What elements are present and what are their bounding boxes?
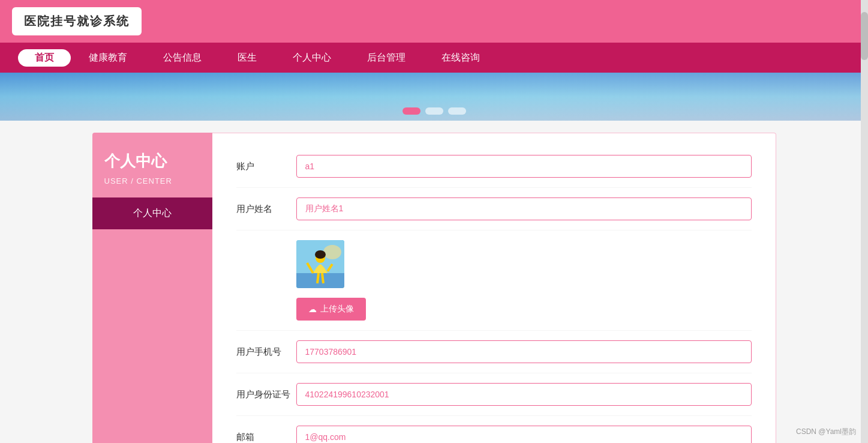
header: 医院挂号就诊系统 bbox=[0, 0, 868, 43]
svg-line-7 bbox=[317, 273, 319, 283]
watermark: CSDN @Yaml墨韵 bbox=[796, 427, 856, 437]
banner-dot-1[interactable] bbox=[403, 107, 421, 115]
phone-row: 用户手机号 bbox=[236, 331, 752, 373]
account-label: 账户 bbox=[236, 161, 296, 172]
email-row: 邮箱 bbox=[236, 416, 752, 443]
upload-icon: ☁ bbox=[308, 304, 317, 314]
navigation: 首页 健康教育 公告信息 医生 个人中心 后台管理 在线咨询 bbox=[0, 43, 868, 73]
username-row: 用户姓名 bbox=[236, 188, 752, 231]
avatar-image bbox=[296, 240, 344, 288]
nav-item-consult[interactable]: 在线咨询 bbox=[424, 43, 498, 73]
id-number-field[interactable] bbox=[296, 383, 752, 406]
banner-dots bbox=[403, 107, 466, 115]
nav-item-doctor[interactable]: 医生 bbox=[220, 43, 275, 73]
nav-item-home[interactable]: 首页 bbox=[18, 49, 71, 67]
main-content: 个人中心 USER / CENTER 个人中心 账户 用户姓名 bbox=[74, 121, 794, 443]
sidebar-title-chinese: 个人中心 bbox=[104, 151, 200, 172]
form-panel: 账户 用户姓名 bbox=[212, 133, 776, 443]
account-row: 账户 bbox=[236, 145, 752, 188]
id-number-label: 用户身份证号 bbox=[236, 389, 296, 400]
svg-point-2 bbox=[323, 245, 341, 259]
scrollbar[interactable] bbox=[861, 0, 868, 443]
phone-field[interactable] bbox=[296, 340, 752, 363]
sidebar-item-personal-center[interactable]: 个人中心 bbox=[92, 197, 212, 229]
nav-item-admin[interactable]: 后台管理 bbox=[349, 43, 424, 73]
phone-label: 用户手机号 bbox=[236, 346, 296, 358]
avatar-row: ☁ 上传头像 bbox=[236, 231, 752, 331]
sidebar: 个人中心 USER / CENTER 个人中心 bbox=[92, 133, 212, 443]
avatar-container bbox=[296, 240, 344, 288]
email-field[interactable] bbox=[296, 426, 752, 443]
username-label: 用户姓名 bbox=[236, 203, 296, 215]
banner-dot-2[interactable] bbox=[425, 107, 443, 115]
nav-item-personal[interactable]: 个人中心 bbox=[275, 43, 349, 73]
sidebar-header: 个人中心 USER / CENTER bbox=[92, 133, 212, 197]
nav-item-notice[interactable]: 公告信息 bbox=[145, 43, 220, 73]
upload-avatar-button[interactable]: ☁ 上传头像 bbox=[296, 298, 366, 321]
scrollbar-thumb[interactable] bbox=[861, 12, 868, 60]
banner bbox=[0, 73, 868, 121]
sidebar-title-english: USER / CENTER bbox=[104, 176, 200, 185]
svg-point-4 bbox=[315, 250, 326, 259]
upload-btn-label: 上传头像 bbox=[320, 304, 354, 315]
svg-line-8 bbox=[322, 273, 323, 283]
banner-dot-3[interactable] bbox=[448, 107, 466, 115]
username-field[interactable] bbox=[296, 197, 752, 220]
nav-item-health[interactable]: 健康教育 bbox=[71, 43, 145, 73]
svg-rect-1 bbox=[296, 273, 344, 288]
logo: 医院挂号就诊系统 bbox=[12, 7, 142, 35]
id-number-row: 用户身份证号 bbox=[236, 373, 752, 416]
email-label: 邮箱 bbox=[236, 432, 296, 443]
account-field[interactable] bbox=[296, 155, 752, 178]
